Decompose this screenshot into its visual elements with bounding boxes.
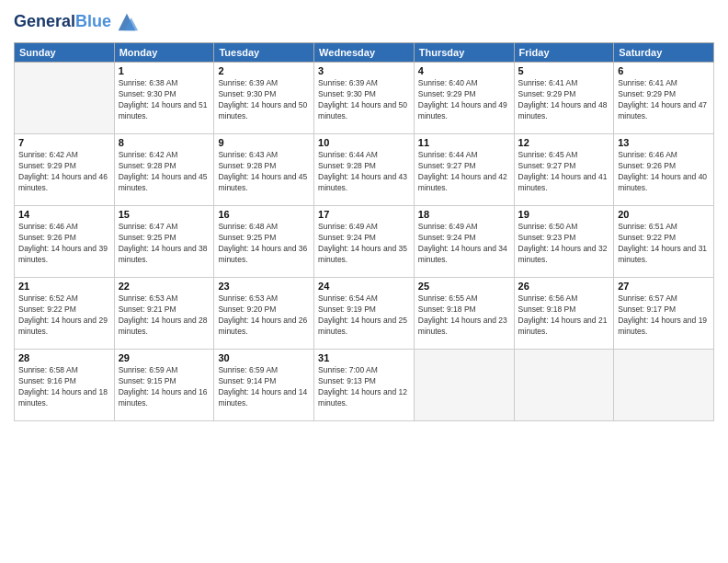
day-number: 21 xyxy=(18,281,110,292)
calendar-cell: 17 Sunrise: 6:49 AMSunset: 9:24 PMDaylig… xyxy=(314,206,415,278)
day-info: Sunrise: 6:52 AMSunset: 9:22 PMDaylight:… xyxy=(18,293,110,338)
day-number: 3 xyxy=(318,65,410,76)
calendar-cell: 30 Sunrise: 6:59 AMSunset: 9:14 PMDaylig… xyxy=(214,350,314,421)
day-number: 17 xyxy=(318,209,410,220)
calendar-week-3: 14 Sunrise: 6:46 AMSunset: 9:26 PMDaylig… xyxy=(15,206,714,278)
day-info: Sunrise: 6:43 AMSunset: 9:28 PMDaylight:… xyxy=(218,150,310,194)
day-number: 18 xyxy=(418,209,510,220)
calendar-cell: 12 Sunrise: 6:45 AMSunset: 9:27 PMDaylig… xyxy=(514,134,614,206)
day-info: Sunrise: 6:51 AMSunset: 9:22 PMDaylight:… xyxy=(618,222,710,266)
day-info: Sunrise: 6:42 AMSunset: 9:28 PMDaylight:… xyxy=(119,150,210,194)
calendar-cell: 26 Sunrise: 6:56 AMSunset: 9:18 PMDaylig… xyxy=(514,278,614,350)
day-number: 29 xyxy=(119,352,210,363)
day-info: Sunrise: 6:41 AMSunset: 9:29 PMDaylight:… xyxy=(518,78,610,122)
calendar-cell: 1 Sunrise: 6:38 AMSunset: 9:30 PMDayligh… xyxy=(114,63,214,134)
calendar-page: GeneralBlue SundayMondayTuesdayWednesday… xyxy=(0,0,728,563)
day-header-saturday: Saturday xyxy=(614,43,714,63)
calendar-cell: 25 Sunrise: 6:55 AMSunset: 9:18 PMDaylig… xyxy=(414,278,514,350)
day-number: 14 xyxy=(18,209,110,220)
calendar-cell: 28 Sunrise: 6:58 AMSunset: 9:16 PMDaylig… xyxy=(15,350,115,421)
calendar-cell: 15 Sunrise: 6:47 AMSunset: 9:25 PMDaylig… xyxy=(114,206,214,278)
day-info: Sunrise: 6:42 AMSunset: 9:29 PMDaylight:… xyxy=(18,150,110,194)
day-header-friday: Friday xyxy=(514,43,614,63)
calendar-cell: 27 Sunrise: 6:57 AMSunset: 9:17 PMDaylig… xyxy=(614,278,714,350)
day-info: Sunrise: 6:49 AMSunset: 9:24 PMDaylight:… xyxy=(418,222,510,266)
day-number: 7 xyxy=(18,137,110,148)
day-number: 13 xyxy=(618,137,710,148)
day-header-wednesday: Wednesday xyxy=(314,43,415,63)
day-number: 27 xyxy=(618,281,710,292)
day-number: 1 xyxy=(119,65,210,76)
day-number: 2 xyxy=(218,65,310,76)
day-info: Sunrise: 6:58 AMSunset: 9:16 PMDaylight:… xyxy=(18,365,110,409)
calendar-cell: 21 Sunrise: 6:52 AMSunset: 9:22 PMDaylig… xyxy=(15,278,115,350)
day-info: Sunrise: 6:48 AMSunset: 9:25 PMDaylight:… xyxy=(218,222,310,266)
day-info: Sunrise: 6:46 AMSunset: 9:26 PMDaylight:… xyxy=(18,222,110,266)
day-number: 30 xyxy=(218,352,310,363)
day-number: 11 xyxy=(418,137,510,148)
day-number: 4 xyxy=(418,65,510,76)
calendar-cell xyxy=(514,350,614,421)
day-number: 10 xyxy=(318,137,410,148)
day-info: Sunrise: 6:40 AMSunset: 9:29 PMDaylight:… xyxy=(418,78,510,122)
calendar-cell: 3 Sunrise: 6:39 AMSunset: 9:30 PMDayligh… xyxy=(314,63,415,134)
day-header-monday: Monday xyxy=(114,43,214,63)
day-info: Sunrise: 6:53 AMSunset: 9:21 PMDaylight:… xyxy=(119,293,210,338)
day-number: 28 xyxy=(18,352,110,363)
day-info: Sunrise: 6:41 AMSunset: 9:29 PMDaylight:… xyxy=(618,78,710,122)
day-number: 26 xyxy=(518,281,610,292)
day-number: 22 xyxy=(119,281,210,292)
day-number: 15 xyxy=(119,209,210,220)
calendar-cell: 16 Sunrise: 6:48 AMSunset: 9:25 PMDaylig… xyxy=(214,206,314,278)
day-info: Sunrise: 6:54 AMSunset: 9:19 PMDaylight:… xyxy=(318,293,410,338)
day-info: Sunrise: 6:57 AMSunset: 9:17 PMDaylight:… xyxy=(618,293,710,338)
day-header-tuesday: Tuesday xyxy=(214,43,314,63)
calendar-cell: 2 Sunrise: 6:39 AMSunset: 9:30 PMDayligh… xyxy=(214,63,314,134)
day-info: Sunrise: 6:49 AMSunset: 9:24 PMDaylight:… xyxy=(318,222,410,266)
calendar-week-1: 1 Sunrise: 6:38 AMSunset: 9:30 PMDayligh… xyxy=(15,63,714,134)
day-info: Sunrise: 6:44 AMSunset: 9:27 PMDaylight:… xyxy=(418,150,510,194)
day-number: 16 xyxy=(218,209,310,220)
day-number: 25 xyxy=(418,281,510,292)
day-number: 5 xyxy=(518,65,610,76)
day-number: 6 xyxy=(618,65,710,76)
calendar-cell: 14 Sunrise: 6:46 AMSunset: 9:26 PMDaylig… xyxy=(15,206,115,278)
logo-text: GeneralBlue xyxy=(14,13,111,31)
calendar-cell: 8 Sunrise: 6:42 AMSunset: 9:28 PMDayligh… xyxy=(114,134,214,206)
calendar-cell: 31 Sunrise: 7:00 AMSunset: 9:13 PMDaylig… xyxy=(314,350,415,421)
calendar-cell: 29 Sunrise: 6:59 AMSunset: 9:15 PMDaylig… xyxy=(114,350,214,421)
calendar-body: 1 Sunrise: 6:38 AMSunset: 9:30 PMDayligh… xyxy=(15,63,714,421)
day-number: 24 xyxy=(318,281,410,292)
calendar-cell: 23 Sunrise: 6:53 AMSunset: 9:20 PMDaylig… xyxy=(214,278,314,350)
calendar-week-4: 21 Sunrise: 6:52 AMSunset: 9:22 PMDaylig… xyxy=(15,278,714,350)
day-info: Sunrise: 6:56 AMSunset: 9:18 PMDaylight:… xyxy=(518,293,610,338)
calendar-cell: 24 Sunrise: 6:54 AMSunset: 9:19 PMDaylig… xyxy=(314,278,415,350)
calendar-cell: 5 Sunrise: 6:41 AMSunset: 9:29 PMDayligh… xyxy=(514,63,614,134)
calendar-cell: 9 Sunrise: 6:43 AMSunset: 9:28 PMDayligh… xyxy=(214,134,314,206)
calendar-cell: 7 Sunrise: 6:42 AMSunset: 9:29 PMDayligh… xyxy=(15,134,115,206)
calendar-cell: 13 Sunrise: 6:46 AMSunset: 9:26 PMDaylig… xyxy=(614,134,714,206)
day-info: Sunrise: 6:59 AMSunset: 9:14 PMDaylight:… xyxy=(218,365,310,409)
calendar-table: SundayMondayTuesdayWednesdayThursdayFrid… xyxy=(14,42,714,421)
logo-icon xyxy=(114,9,140,35)
day-info: Sunrise: 6:44 AMSunset: 9:28 PMDaylight:… xyxy=(318,150,410,194)
day-number: 23 xyxy=(218,281,310,292)
day-number: 12 xyxy=(518,137,610,148)
day-number: 9 xyxy=(218,137,310,148)
day-info: Sunrise: 6:39 AMSunset: 9:30 PMDaylight:… xyxy=(318,78,410,122)
calendar-cell: 20 Sunrise: 6:51 AMSunset: 9:22 PMDaylig… xyxy=(614,206,714,278)
calendar-cell xyxy=(414,350,514,421)
day-number: 8 xyxy=(119,137,210,148)
logo: GeneralBlue xyxy=(14,9,140,35)
day-info: Sunrise: 6:39 AMSunset: 9:30 PMDaylight:… xyxy=(218,78,310,122)
calendar-cell: 22 Sunrise: 6:53 AMSunset: 9:21 PMDaylig… xyxy=(114,278,214,350)
calendar-cell: 19 Sunrise: 6:50 AMSunset: 9:23 PMDaylig… xyxy=(514,206,614,278)
day-number: 31 xyxy=(318,352,410,363)
day-number: 19 xyxy=(518,209,610,220)
day-info: Sunrise: 6:46 AMSunset: 9:26 PMDaylight:… xyxy=(618,150,710,194)
calendar-cell xyxy=(614,350,714,421)
day-header-thursday: Thursday xyxy=(414,43,514,63)
calendar-week-5: 28 Sunrise: 6:58 AMSunset: 9:16 PMDaylig… xyxy=(15,350,714,421)
day-info: Sunrise: 6:38 AMSunset: 9:30 PMDaylight:… xyxy=(119,78,210,122)
day-header-sunday: Sunday xyxy=(15,43,115,63)
